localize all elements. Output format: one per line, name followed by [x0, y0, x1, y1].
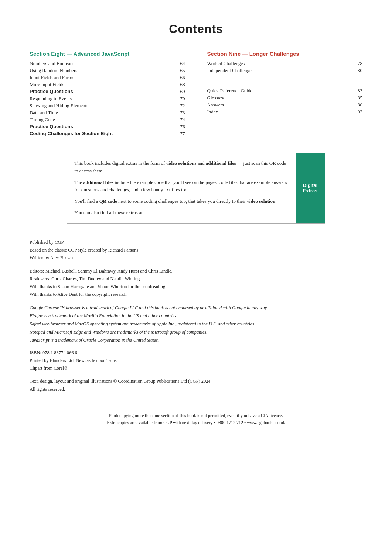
- footer-trademarks: Google Chrome ™ browser is a trademark o…: [30, 304, 362, 344]
- thanks2: With thanks to Alice Dent for the copyri…: [30, 291, 362, 298]
- toc-entry: Numbers and Booleans64: [30, 61, 185, 66]
- toc-dots: [78, 72, 175, 72]
- toc-page-num: 85: [354, 95, 362, 101]
- toc-entry: Input Fields and Forms66: [30, 75, 185, 81]
- toc-entry-label: Showing and Hiding Elements: [30, 103, 88, 109]
- toc-entry-label: Timing Code: [30, 117, 55, 123]
- toc-dots: [219, 113, 353, 113]
- toc-entry: Responding to Events70: [30, 96, 185, 102]
- toc-page-num: 66: [177, 75, 185, 81]
- toc-entry: Showing and Hiding Elements72: [30, 103, 185, 109]
- toc-page-num: 76: [177, 124, 185, 130]
- digital-extras-text: This book includes digital extras in the…: [67, 153, 296, 223]
- trademark4: Notepad and Microsoft Edge and Windows a…: [30, 328, 362, 336]
- toc-dots: [89, 107, 175, 107]
- section-nine-col: Section Nine — Longer Challenges Worked …: [207, 51, 363, 138]
- toc-dots: [74, 128, 176, 128]
- toc-page-num: 93: [354, 109, 362, 115]
- toc-entry: Independent Challenges80: [207, 68, 363, 73]
- reviewers: Reviewers: Chris Charles, Tim Dudley and…: [30, 275, 362, 283]
- badge-line1: Digital: [303, 182, 318, 188]
- toc-page-num: 80: [354, 68, 362, 73]
- toc-page-num: 72: [177, 103, 185, 109]
- toc-dots: [74, 93, 176, 93]
- toc-dots: [75, 65, 175, 65]
- footer-isbn: ISBN: 978 1 83774 066 6 Printed by Eland…: [30, 349, 362, 373]
- footer-credits: Editors: Michael Bushell, Sammy El-Bahra…: [30, 267, 362, 299]
- toc-entry: Glossary85: [207, 95, 363, 101]
- toc-entry: Answers86: [207, 102, 363, 108]
- isbn: ISBN: 978 1 83774 066 6: [30, 349, 362, 357]
- trademark1: Google Chrome ™ browser is a trademark o…: [30, 304, 362, 311]
- toc-dots: [255, 72, 353, 72]
- toc-entry: Practice Questions69: [30, 89, 185, 95]
- thanks1: With thanks to Shaun Harrogate and Shaun…: [30, 283, 362, 291]
- digital-extras-p1: This book includes digital extras in the…: [75, 160, 288, 175]
- toc-entry-label: More Input Fields: [30, 82, 64, 88]
- toc-dots: [114, 135, 175, 135]
- toc-entry-label: Index: [207, 109, 218, 115]
- toc-entry: Coding Challenges for Section Eight77: [30, 131, 185, 137]
- badge-line2: Extras: [303, 188, 318, 194]
- digital-extras-p3: You'll find a QR code next to some codin…: [75, 198, 288, 205]
- toc-page-num: 77: [177, 131, 185, 137]
- copyright: Text, design, layout and original illust…: [30, 377, 362, 385]
- section-eight-col: Section Eight — Advanced JavaScript Numb…: [30, 51, 185, 138]
- toc-dots: [73, 100, 175, 100]
- section-nine-entries: Worked Challenges78Independent Challenge…: [207, 61, 363, 73]
- toc-page-num: 73: [177, 110, 185, 116]
- toc-entry: Quick Reference Guide83: [207, 88, 363, 94]
- editors: Editors: Michael Bushell, Sammy El-Bahra…: [30, 267, 362, 275]
- toc-grid: Section Eight — Advanced JavaScript Numb…: [30, 51, 362, 138]
- toc-page-num: 83: [354, 88, 362, 94]
- toc-entry-label: Date and Time: [30, 110, 58, 116]
- toc-entry-label: Practice Questions: [30, 124, 73, 129]
- footer-copyright: Text, design, layout and original illust…: [30, 377, 362, 393]
- toc-entry-label: Practice Questions: [30, 89, 73, 94]
- digital-extras-badge: Digital Extras: [296, 153, 325, 223]
- section-nine-heading: Section Nine — Longer Challenges: [207, 51, 363, 57]
- trademark3: Safari web browser and MacOS operating s…: [30, 320, 362, 328]
- toc-dots: [246, 65, 353, 65]
- footer-section: Published by CGP Based on the classic CG…: [30, 239, 362, 393]
- toc-page-num: 65: [177, 68, 185, 73]
- toc-page-num: 68: [177, 82, 185, 88]
- digital-extras-p2: The additional files include the example…: [75, 179, 288, 194]
- toc-page-num: 74: [177, 117, 185, 123]
- toc-entry-label: Answers: [207, 102, 224, 108]
- bottom-bar-line1: Photocopying more than one section of th…: [41, 412, 351, 419]
- toc-entry: Using Random Numbers65: [30, 68, 185, 73]
- toc-entry-label: Quick Reference Guide: [207, 88, 253, 94]
- toc-dots: [65, 86, 176, 86]
- digital-extras-box: This book includes digital extras in the…: [67, 153, 325, 224]
- digital-extras-p4: You can also find all these extras at:: [75, 209, 288, 217]
- page-title: Contents: [30, 22, 362, 36]
- all-rights: All rights reserved.: [30, 386, 362, 393]
- toc-entry-label: Responding to Events: [30, 96, 72, 102]
- toc-dots: [253, 92, 353, 92]
- toc-entry: Index93: [207, 109, 363, 115]
- toc-page-num: 69: [177, 89, 185, 95]
- toc-entry: Practice Questions76: [30, 124, 185, 130]
- bottom-bar: Photocopying more than one section of th…: [30, 408, 362, 430]
- section-eight-entries: Numbers and Booleans64Using Random Numbe…: [30, 61, 185, 137]
- section-nine-extra-entries: Quick Reference Guide83Glossary85Answers…: [207, 88, 363, 115]
- toc-page-num: 64: [177, 61, 185, 66]
- toc-entry-label: Glossary: [207, 95, 224, 101]
- clipart: Clipart from Corel®: [30, 365, 362, 372]
- toc-dots: [225, 106, 353, 106]
- toc-entry: Date and Time73: [30, 110, 185, 116]
- toc-page-num: 70: [177, 96, 185, 102]
- toc-dots: [56, 121, 176, 121]
- written-by: Written by Alex Brown.: [30, 254, 362, 262]
- toc-page-num: 78: [354, 61, 362, 66]
- toc-entry-label: Input Fields and Forms: [30, 75, 74, 81]
- trademark2: Firefox is a trademark of the Mozilla Fo…: [30, 312, 362, 319]
- toc-entry-label: Using Random Numbers: [30, 68, 77, 73]
- published-by: Published by CGP: [30, 239, 362, 246]
- toc-dots: [59, 114, 176, 114]
- trademark5: JavaScript is a trademark of Oracle Corp…: [30, 336, 362, 344]
- toc-entry-label: Coding Challenges for Section Eight: [30, 131, 113, 136]
- toc-entry: More Input Fields68: [30, 82, 185, 88]
- toc-dots: [75, 79, 176, 79]
